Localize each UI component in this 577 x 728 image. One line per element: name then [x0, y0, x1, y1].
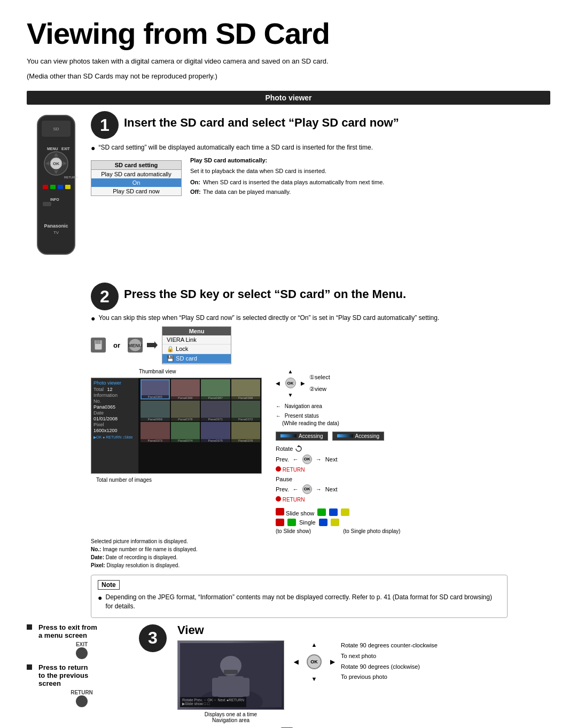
total-images-label: Total number of images: [96, 477, 262, 483]
press-return-subtitle2: screen: [38, 679, 61, 687]
press-exit-subtitle: a menu screen: [38, 631, 87, 639]
pv-date-row: Date: [93, 410, 136, 416]
accessing-anim-2: [337, 434, 353, 437]
single-buttons-row: Single: [276, 519, 400, 526]
single-label: Single: [299, 519, 316, 526]
svg-marker-28: [147, 341, 158, 349]
lock-icon-small: 🔒: [167, 346, 174, 352]
prev-photo-label: To previous photo: [341, 672, 438, 683]
return-btn-area: RETURN: [35, 690, 128, 707]
off-desc: The data can be played manually.: [203, 187, 291, 197]
selected-picture-info: Selected picture information is displaye…: [91, 537, 262, 545]
pv-information-row: Information: [93, 393, 136, 398]
yellow-btn-slide: [341, 508, 349, 516]
exit-circle-button[interactable]: [76, 647, 88, 659]
return-btn-label: RETURN: [71, 690, 93, 695]
rotate-row: Rotate: [276, 445, 400, 452]
svg-text:MENU: MENU: [128, 343, 143, 348]
sd-card-box-title: SD card setting: [91, 161, 181, 170]
pv-thumb-0: Pana0365: [141, 379, 170, 400]
next-label: Next: [325, 456, 338, 463]
svg-text:EXIT: EXIT: [61, 147, 70, 151]
dpad-center-ok: OK: [285, 378, 296, 388]
ok-circle-small: OK: [302, 455, 312, 464]
svg-text:RETURN: RETURN: [64, 176, 77, 179]
slideshow-row: Slide show Single (to Slide show) (to Si…: [276, 506, 400, 534]
pv-thumb-label-4: Pana0069: [141, 418, 170, 421]
svg-rect-49: [224, 670, 238, 674]
pv-info-label: Information: [93, 393, 118, 398]
select-label: ①select: [309, 371, 330, 383]
arrow-right-icon: [147, 341, 158, 349]
off-label: Off:: [190, 187, 201, 197]
menu-item-sd: 💾 SD card: [162, 354, 231, 364]
step-2-diagram: Thumbnail view Photo viewer Total 12 Inf…: [91, 369, 550, 569]
sd-card-item-auto: Play SD card automatically: [91, 170, 181, 178]
step-2-number-inline: 2: [91, 283, 119, 310]
svg-text:TV: TV: [53, 230, 59, 235]
select-dpad: OK ▲ ▼ ◀ ▶: [276, 369, 305, 398]
pv-thumb-2: Pana0387: [201, 379, 230, 400]
note-title: Note: [98, 580, 501, 590]
svg-rect-16: [65, 185, 71, 189]
exit-btn-label: EXIT: [76, 641, 88, 647]
step-2-header-area: 2 Press the SD key or select “SD card” o…: [91, 281, 550, 364]
remote-svg: SD MENU EXIT OK RETURN INFO Panasonic T: [27, 110, 85, 270]
pv-thumb-label-1: Pana0399: [171, 396, 200, 400]
prev-label-2: Prev.: [276, 486, 289, 492]
menu-box-title: Menu: [162, 327, 231, 335]
present-status-area: ← Present status (While reading the data…: [276, 412, 400, 427]
view-right-labels: Rotate 90 degrees counter-clockwise To n…: [341, 640, 438, 683]
yellow-btn-single: [331, 519, 339, 526]
prev-label: Prev.: [276, 456, 289, 463]
return-label-row-2: RETURN: [276, 496, 400, 503]
menu-hand-icon: MENU: [128, 338, 143, 353]
pv-thumb-label-6: Pana0371: [201, 418, 230, 421]
step-2-right: OK ▲ ▼ ◀ ▶ ①select ②view ← Navigation ar…: [276, 369, 400, 534]
step-1-bullet: ● “SD card setting” will be displayed au…: [91, 143, 550, 154]
view-dpad-right: ▶: [330, 658, 334, 665]
pv-filename-row: Pana0365: [93, 404, 136, 410]
pv-total-label: Total: [93, 387, 104, 392]
pv-thumb-label-5: Pana0378: [171, 418, 200, 421]
view-dpad-up: ▲: [311, 641, 317, 648]
svg-rect-47: [241, 678, 249, 696]
pv-thumb-1: Pana0399: [171, 379, 200, 400]
pv-thumb-label-10: Pana0375: [201, 439, 230, 442]
nav-overlay-label: Rotate Prev. ←OK→ Next ●RETURN▶Slide sho…: [180, 697, 246, 707]
note-label: Note: [98, 580, 120, 590]
slide-show-label: Slide show: [276, 508, 314, 516]
svg-rect-15: [58, 185, 63, 189]
red-dot-2: [276, 496, 281, 502]
remote-control-image: SD MENU EXIT OK RETURN INFO Panasonic T: [27, 110, 91, 272]
dpad-right-arrow: ▶: [301, 380, 305, 386]
step-1-content: 1 Insert the SD card and select “Play SD…: [91, 110, 550, 200]
pv-thumb-label-8: Pana0373: [141, 439, 170, 442]
view-dpad-left: ◀: [294, 658, 298, 665]
view-dpad: OK ▲ ▼ ◀ ▶: [293, 640, 336, 683]
press-exit-item: Press to exit from a menu screen: [27, 623, 128, 639]
menu-dropdown-box: Menu VIERA Link 🔒 Lock 💾 SD card: [162, 326, 231, 364]
thumbnail-view-label: Thumbnail view: [139, 369, 262, 374]
svg-rect-18: [43, 202, 51, 206]
red-btn-slide: [276, 508, 284, 515]
step-1-title: Insert the SD card and select “Play SD c…: [124, 116, 399, 130]
nav-overlay-text: Rotate Prev. ←OK→ Next ●RETURN▶Slide sho…: [182, 698, 244, 706]
pause-label: Pause: [276, 476, 292, 482]
svg-text:Panasonic: Panasonic: [44, 223, 68, 229]
pv-thumb-11: Pana0376: [231, 422, 261, 442]
pv-no-row: No.: [93, 398, 136, 404]
return-circle-button[interactable]: [76, 695, 88, 707]
intro-text-2: (Media other than SD Cards may not be re…: [27, 71, 550, 82]
square-bullet-exit: [27, 624, 32, 630]
pv-thumb-label-2: Pana0387: [201, 396, 230, 400]
pv-thumb-10: Pana0375: [201, 422, 230, 442]
to-next-label: To next photo: [341, 651, 438, 662]
photo-viewer-area: Thumbnail view Photo viewer Total 12 Inf…: [91, 369, 262, 483]
red-dot-return: [276, 466, 281, 472]
rotate-ccw-label: Rotate 90 degrees counter-clockwise: [341, 640, 438, 651]
off-info: Off: The data can be played manually.: [190, 187, 384, 197]
to-single-label: (to Single photo display): [343, 528, 400, 534]
view-label: ②view: [309, 383, 330, 395]
press-return-subtitle: to the previous: [38, 671, 88, 679]
